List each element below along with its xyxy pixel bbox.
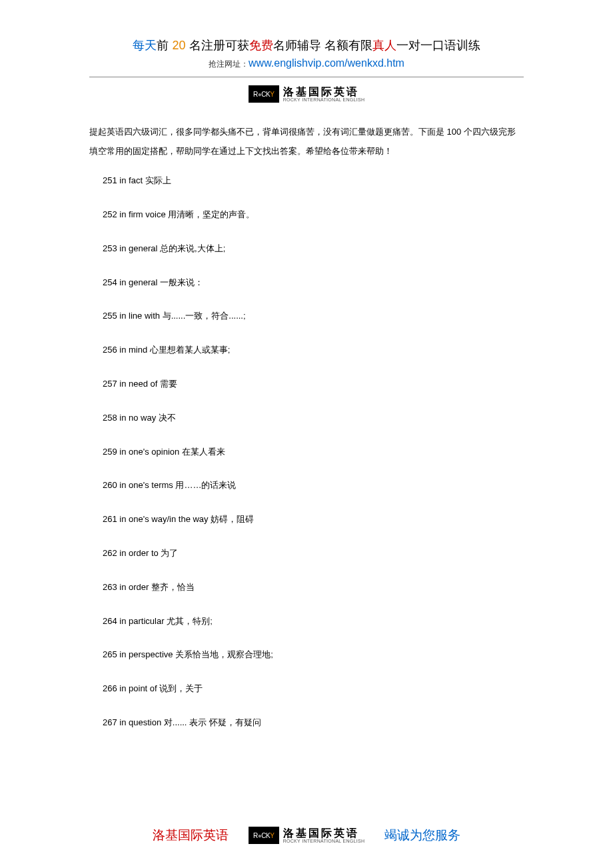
entry-number: 255 (103, 311, 117, 321)
list-item: 252 in firm voice 用清晰，坚定的声音。 (103, 208, 524, 222)
list-item: 254 in general 一般来说： (103, 276, 524, 290)
list-item: 263 in order 整齐，恰当 (103, 581, 524, 595)
entry-chinese: 整齐，恰当 (149, 582, 195, 592)
list-item: 262 in order to 为了 (103, 547, 524, 561)
entry-chinese: 说到，关于 (157, 683, 203, 693)
footer-logo: R●CKY 洛基国际英语 ROCKY INTERNATIONAL ENGLISH (249, 827, 365, 844)
promo-text-9: 一对一口语训练 (396, 39, 480, 52)
entry-chinese: 关系恰当地，观察合理地; (173, 649, 273, 659)
entry-english: in mind (117, 345, 148, 355)
intro-paragraph: 提起英语四六级词汇，很多同学都头痛不已，背单词很痛苦，没有词汇量做题更痛苦。下面… (89, 123, 524, 161)
entry-chinese: 尤其，特别; (165, 616, 213, 626)
entry-english: in point of (117, 683, 157, 693)
entry-english: in particular (117, 616, 165, 626)
entry-chinese: 与......一致，符合......; (160, 311, 246, 321)
entry-number: 263 (103, 582, 117, 592)
footer-slogan: 竭诚为您服务 (384, 827, 460, 844)
list-item: 259 in one's opinion 在某人看来 (103, 445, 524, 459)
entry-chinese: 用……的话来说 (173, 480, 237, 490)
entry-chinese: 用清晰，坚定的声音。 (166, 209, 255, 219)
header-url-line: 抢注网址：www.englishvip.com/wenkxd.htm (89, 57, 524, 70)
entry-english: in general (117, 277, 158, 287)
entry-number: 252 (103, 209, 117, 219)
entry-english: in question (117, 717, 162, 727)
entry-chinese: 为了 (159, 548, 179, 558)
logo-y: Y (270, 832, 274, 839)
list-item: 260 in one's terms 用……的话来说 (103, 479, 524, 493)
entry-chinese: 心里想着某人或某事; (147, 345, 230, 355)
url-label: 抢注网址： (209, 59, 249, 69)
promo-url[interactable]: www.englishvip.com/wenkxd.htm (249, 57, 404, 69)
logo-r: R (253, 91, 258, 98)
entry-chinese: 总的来说,大体上; (157, 243, 225, 253)
entry-english: in line with (117, 311, 160, 321)
list-item: 258 in no way 决不 (103, 411, 524, 425)
entry-chinese: 决不 (156, 413, 176, 423)
entry-chinese: 需要 (157, 379, 177, 389)
footer-brand: 洛基国际英语 (153, 827, 229, 844)
logo-ck: CK (261, 91, 270, 98)
entry-number: 256 (103, 345, 117, 355)
logo-r: R (253, 832, 258, 839)
entry-english: in one's terms (117, 480, 173, 490)
entry-number: 260 (103, 480, 117, 490)
entry-number: 264 (103, 616, 117, 626)
promo-live: 真人 (372, 39, 396, 52)
entry-chinese: 在某人看来 (179, 447, 225, 457)
logo-top: R●CKY 洛基国际英语 ROCKY INTERNATIONAL ENGLISH (89, 85, 524, 103)
list-item: 265 in perspective 关系恰当地，观察合理地; (103, 648, 524, 662)
entry-number: 262 (103, 548, 117, 558)
entry-english: in need of (117, 379, 158, 389)
promo-free: 免费 (249, 39, 273, 52)
entry-chinese: 一般来说： (157, 277, 203, 287)
logo-y: Y (270, 91, 274, 98)
logo-mark-icon: R●CKY (249, 85, 279, 103)
entry-english: in order to (117, 548, 159, 558)
list-item: 257 in need of 需要 (103, 377, 524, 391)
header-promo-line: 每天前 20 名注册可获免费名师辅导 名额有限真人一对一口语训练 (89, 37, 524, 55)
page-footer: 洛基国际英语 R●CKY 洛基国际英语 ROCKY INTERNATIONAL … (0, 827, 613, 844)
logo-english: ROCKY INTERNATIONAL ENGLISH (283, 97, 365, 102)
vocabulary-list: 251 in fact 实际上252 in firm voice 用清晰，坚定的… (89, 174, 524, 730)
entry-number: 251 (103, 175, 117, 185)
entry-chinese: 妨碍，阻碍 (209, 514, 255, 524)
entry-chinese: 实际上 (143, 175, 171, 185)
list-item: 264 in particular 尤其，特别; (103, 615, 524, 629)
promo-text-1: 每天 (133, 39, 157, 52)
list-item: 253 in general 总的来说,大体上; (103, 242, 524, 256)
entry-english: in general (117, 243, 158, 253)
entry-english: in one's way/in the way (117, 514, 209, 524)
entry-english: in fact (117, 175, 143, 185)
list-item: 256 in mind 心里想着某人或某事; (103, 343, 524, 357)
logo-ck: CK (261, 832, 270, 839)
logo-chinese: 洛基国际英语 (283, 828, 365, 839)
list-item: 266 in point of 说到，关于 (103, 682, 524, 696)
promo-text-2: 前 (157, 39, 169, 52)
list-item: 255 in line with 与......一致，符合......; (103, 309, 524, 323)
logo-mark-icon: R●CKY (249, 827, 279, 844)
entry-number: 257 (103, 379, 117, 389)
promo-number: 20 (169, 39, 189, 52)
promo-text-7: 名师辅导 名额有限 (273, 39, 372, 52)
entry-english: in one's opinion (117, 447, 180, 457)
list-item: 267 in question 对...... 表示 怀疑，有疑问 (103, 716, 524, 730)
entry-number: 253 (103, 243, 117, 253)
list-item: 251 in fact 实际上 (103, 174, 524, 188)
entry-english: in no way (117, 413, 157, 423)
logo-text: 洛基国际英语 ROCKY INTERNATIONAL ENGLISH (283, 87, 365, 102)
entry-english: in perspective (117, 649, 173, 659)
entry-number: 258 (103, 413, 117, 423)
brand-logo: R●CKY 洛基国际英语 ROCKY INTERNATIONAL ENGLISH (249, 85, 365, 103)
promo-text-5: 注册可获 (201, 39, 249, 52)
list-item: 261 in one's way/in the way 妨碍，阻碍 (103, 513, 524, 527)
document-page: 每天前 20 名注册可获免费名师辅导 名额有限真人一对一口语训练 抢注网址：ww… (0, 0, 613, 868)
entry-english: in firm voice (117, 209, 166, 219)
logo-english: ROCKY INTERNATIONAL ENGLISH (283, 839, 365, 843)
entry-english: in order (117, 582, 149, 592)
page-header: 每天前 20 名注册可获免费名师辅导 名额有限真人一对一口语训练 抢注网址：ww… (89, 37, 524, 77)
entry-number: 267 (103, 717, 117, 727)
entry-number: 266 (103, 683, 117, 693)
entry-chinese: 对...... 表示 怀疑，有疑问 (161, 717, 261, 727)
entry-number: 254 (103, 277, 117, 287)
logo-text: 洛基国际英语 ROCKY INTERNATIONAL ENGLISH (283, 828, 365, 843)
